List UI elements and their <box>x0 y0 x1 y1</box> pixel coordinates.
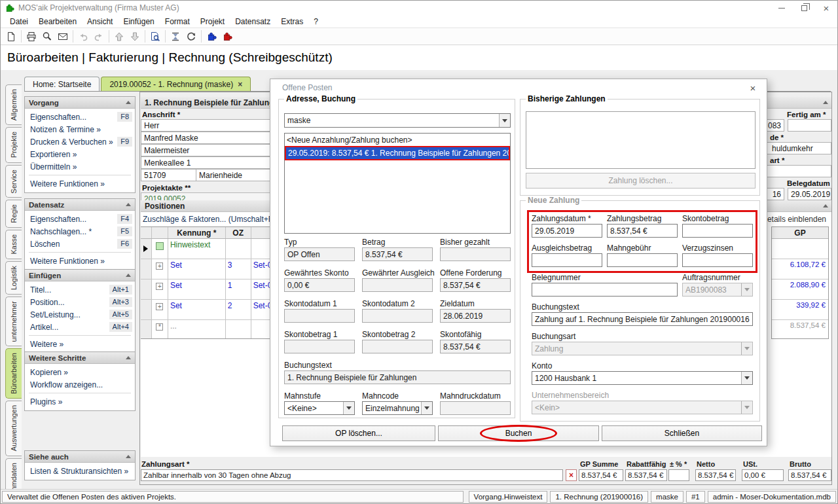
mahngebuehr-field[interactable] <box>607 253 678 267</box>
new-document-button[interactable] <box>3 29 19 44</box>
op-loeschen-button[interactable]: OP löschen... <box>282 425 435 441</box>
gp-column-header[interactable]: GP <box>772 227 828 239</box>
combo-dropdown-button[interactable] <box>499 114 510 127</box>
module-tab-bueroarbeiten[interactable]: Büroarbeiten <box>5 348 22 399</box>
auftragsnummer-combo[interactable]: AB1900083 <box>682 283 753 297</box>
col-kennung[interactable]: Kennung * <box>168 227 226 238</box>
expand-icon[interactable]: + <box>156 303 163 310</box>
list-item-neue-zahlung[interactable]: <Neue Anzahlung/Zahlung buchen> <box>285 134 510 146</box>
module-tab-allgemein[interactable]: Allgemein <box>5 84 22 125</box>
module-tab-regie[interactable]: Regie <box>5 200 22 228</box>
menu-hilfe[interactable]: ? <box>308 16 323 27</box>
zahlungsdatum-field[interactable]: 29.05.2019 <box>532 224 602 238</box>
collapse-icon[interactable] <box>823 101 828 104</box>
adresse-combo[interactable]: maske <box>284 113 511 128</box>
sidebar-item-eigenschaften[interactable]: Eigenschaften...F8 <box>25 111 135 123</box>
buchen-button[interactable]: Buchen <box>438 425 599 441</box>
hourglass-button[interactable] <box>168 29 183 44</box>
combo-dropdown-button[interactable] <box>741 372 752 384</box>
unternehmensbereich-combo[interactable]: <Kein> <box>532 401 753 414</box>
menu-ansicht[interactable]: Ansicht <box>82 16 118 27</box>
move-up-button[interactable] <box>111 29 127 44</box>
skontobetrag-field[interactable] <box>682 224 753 238</box>
sidebar-item-exportieren[interactable]: Exportieren » <box>25 148 135 160</box>
menu-datei[interactable]: Datei <box>5 16 33 27</box>
module-tab-logistik[interactable]: Logistik <box>5 261 22 295</box>
zahlungsart-field[interactable]: Zahlbar innerhalb von 30 Tagen ohne Abzu… <box>141 469 563 481</box>
sidebar-item-plugins[interactable]: Plugins » <box>25 395 135 408</box>
neue-buchungstext-field[interactable]: Zahlung auf 1. Rechnung Beispiele für Za… <box>532 312 753 326</box>
sidebar-item-loeschen[interactable]: LöschenF6 <box>25 238 135 250</box>
menu-einfuegen[interactable]: Einfügen <box>118 16 159 27</box>
panel-header-einfuegen[interactable]: Einfügen <box>25 270 135 281</box>
email-button[interactable] <box>55 29 71 44</box>
mahnstufe-combo[interactable]: <Keine> <box>284 401 355 415</box>
fertig-am-field[interactable] <box>788 119 831 132</box>
sidebar-item-ds-weitere-funktionen[interactable]: Weitere Funktionen » <box>25 255 135 267</box>
redo-button[interactable] <box>91 29 107 44</box>
zuschlaege-faktoren-link[interactable]: Zuschläge & Faktoren... (Umschalt+F8) <box>143 215 280 224</box>
module-tab-stammdaten[interactable]: Stammdaten <box>5 458 22 489</box>
expand-icon[interactable]: + <box>156 262 163 270</box>
collapse-icon[interactable] <box>823 204 828 207</box>
report-button[interactable] <box>147 29 163 44</box>
panel-header-siehe-auch[interactable]: Siehe auch <box>25 451 135 463</box>
buchungen-listbox[interactable]: <Neue Anzahlung/Zahlung buchen> 29.05.20… <box>284 133 511 234</box>
bisherige-zahlungen-listbox[interactable] <box>526 111 756 169</box>
move-down-button[interactable] <box>127 29 143 44</box>
dialog-close-button[interactable]: × <box>739 79 767 96</box>
ausgleichsbetrag-field[interactable] <box>532 253 602 267</box>
row-checkbox-icon[interactable] <box>156 242 164 250</box>
rabatt-prozent-field[interactable] <box>668 469 689 481</box>
sidebar-item-drucken-verbuchen[interactable]: Drucken & Verbuchen »F9 <box>25 135 135 148</box>
module-tab-service[interactable]: Service <box>5 165 22 198</box>
print-button[interactable] <box>24 29 39 44</box>
panel-header-vorgang[interactable]: Vorgang <box>25 97 135 109</box>
tab-close-icon[interactable]: × <box>238 80 242 89</box>
combo-dropdown-button[interactable] <box>421 402 432 414</box>
sidebar-item-uebermitteln[interactable]: Übermitteln » <box>25 160 135 173</box>
sidebar-item-ds-eigenschaften[interactable]: Eigenschaften...F4 <box>25 213 135 225</box>
buchungsart-combo[interactable]: Zahlung <box>532 342 753 355</box>
refresh-button[interactable] <box>183 29 199 44</box>
restore-button[interactable] <box>793 1 815 15</box>
sidebar-item-weitere[interactable]: Weitere » <box>25 338 135 350</box>
verzugszinsen-field[interactable] <box>682 253 753 267</box>
menu-bearbeiten[interactable]: Bearbeiten <box>33 16 82 27</box>
belegdatum-field[interactable]: 29.05.2019 <box>788 188 831 200</box>
konto-combo[interactable]: 1200 Hausbank 1 <box>532 371 753 385</box>
sidebar-item-artikel[interactable]: Artikel...Alt+4 <box>25 321 135 333</box>
sidebar-item-titel[interactable]: Titel...Alt+1 <box>25 283 135 296</box>
sidebar-item-position[interactable]: Position...Alt+3 <box>25 296 135 308</box>
menu-projekt[interactable]: Projekt <box>195 16 230 27</box>
belegnummer-field[interactable] <box>532 283 678 297</box>
close-button[interactable]: × <box>815 1 837 15</box>
sidebar-item-notizen-termine[interactable]: Notizen & Termine » <box>25 123 135 135</box>
col-oz[interactable]: OZ <box>226 227 251 238</box>
panel-header-datensatz[interactable]: Datensatz <box>25 199 135 211</box>
menu-extras[interactable]: Extras <box>276 16 308 27</box>
module-tab-projekte[interactable]: Projekte <box>5 127 22 162</box>
panel-header-weitere-schritte[interactable]: Weitere Schritte <box>25 352 135 364</box>
undo-button[interactable] <box>75 29 91 44</box>
sidebar-item-nachschlagen[interactable]: Nachschlagen... *F5 <box>25 225 135 238</box>
sidebar-item-listen-strukturansichten[interactable]: Listen & Strukturansichten » <box>25 465 135 477</box>
sidebar-item-set-leistung[interactable]: Set/Leistung...Alt+5 <box>25 308 135 321</box>
list-item-selected[interactable]: 29.05.2019: 8.537,54 € 1. Rechnung Beisp… <box>286 147 509 159</box>
sidebar-item-weitere-funktionen[interactable]: Weitere Funktionen » <box>25 177 135 190</box>
delete-zahlungsart-button[interactable]: × <box>566 469 577 481</box>
sidebar-item-kopieren[interactable]: Kopieren » <box>25 366 135 378</box>
plugin-red-button[interactable] <box>219 29 235 44</box>
module-tab-auswertungen[interactable]: Auswertungen <box>5 401 22 456</box>
expand-icon[interactable]: + <box>156 283 163 290</box>
schliessen-button[interactable]: Schließen <box>602 425 762 441</box>
print-preview-button[interactable] <box>39 29 55 44</box>
menu-format[interactable]: Format <box>160 16 195 27</box>
menu-datensatz[interactable]: Datensatz <box>230 16 276 27</box>
combo-dropdown-button[interactable] <box>343 402 354 414</box>
zahlungsbetrag-field[interactable]: 8.537,54 € <box>607 224 678 238</box>
sidebar-item-workflow-anzeigen[interactable]: Workflow anzeigen... <box>25 378 135 391</box>
new-row-icon[interactable]: * <box>156 323 163 331</box>
minimize-button[interactable] <box>771 1 793 15</box>
module-tab-unternehmer[interactable]: unternehmer <box>5 297 22 346</box>
